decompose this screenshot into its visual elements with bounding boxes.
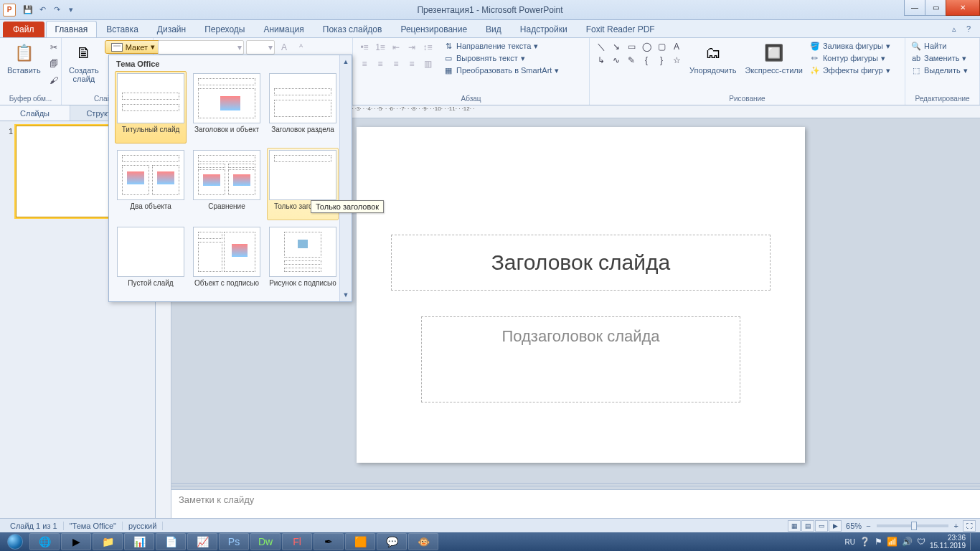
zoom-in-button[interactable]: +	[954, 522, 958, 530]
text-direction-button[interactable]: ⇅Направление текста ▾	[442, 40, 560, 52]
tab-slideshow[interactable]: Показ слайдов	[314, 21, 392, 37]
zoom-value[interactable]: 65%	[842, 522, 866, 530]
close-button[interactable]: ✕	[946, 0, 980, 16]
ribbon-minimize-icon[interactable]: ▵	[948, 23, 960, 34]
zoom-out-button[interactable]: −	[866, 522, 870, 530]
shape-arrow-icon[interactable]: ↘	[609, 40, 623, 53]
fit-window-icon[interactable]: ⛶	[963, 520, 976, 532]
taskbar-app-explorer[interactable]: 📁	[93, 533, 123, 550]
view-reading-icon[interactable]: ▭	[815, 520, 828, 532]
align-center-icon[interactable]: ≡	[373, 57, 387, 71]
shape-connector-icon[interactable]: ↳	[594, 54, 608, 67]
layout-item-comparison[interactable]: Сравнение	[191, 148, 263, 220]
shape-line-icon[interactable]: ＼	[594, 40, 608, 53]
maximize-button[interactable]: ▭	[925, 0, 946, 16]
shape-fill-button[interactable]: 🪣Заливка фигуры ▾	[809, 40, 892, 52]
help-icon[interactable]: ?	[963, 23, 974, 34]
align-left-icon[interactable]: ≡	[357, 57, 372, 71]
columns-icon[interactable]: ▥	[420, 57, 435, 71]
minimize-button[interactable]: —	[904, 0, 925, 16]
shape-freeform-icon[interactable]: ✎	[624, 54, 639, 67]
tab-foxit[interactable]: Foxit Reader PDF	[577, 21, 664, 37]
qat-customize-icon[interactable]: ▾	[65, 4, 77, 17]
shape-outline-button[interactable]: ✏Контур фигуры ▾	[809, 52, 892, 64]
zoom-slider[interactable]	[877, 524, 948, 527]
layout-item-blank[interactable]: Пустой слайд	[115, 225, 187, 297]
layout-item-title-slide[interactable]: Титульный слайд	[115, 71, 187, 143]
zoom-thumb[interactable]	[911, 522, 917, 530]
shape-ellipse-icon[interactable]: ◯	[639, 40, 654, 53]
smartart-button[interactable]: ▦Преобразовать в SmartArt ▾	[442, 65, 560, 76]
layout-item-content-caption[interactable]: Объект с подписью	[191, 225, 263, 297]
tray-volume-icon[interactable]: 🔊	[902, 537, 913, 547]
indent-inc-icon[interactable]: ⇥	[405, 40, 419, 55]
view-sorter-icon[interactable]: ▤	[801, 520, 814, 532]
layout-item-two-content[interactable]: Два объекта	[115, 148, 187, 220]
copy-icon[interactable]: 🗐	[47, 57, 61, 71]
shape-brace-icon[interactable]: {	[639, 54, 654, 67]
notes-pane[interactable]: Заметки к слайду	[171, 489, 980, 518]
tab-insert[interactable]: Вставка	[97, 21, 148, 37]
show-desktop-button[interactable]	[970, 533, 976, 550]
tab-view[interactable]: Вид	[476, 21, 511, 37]
format-painter-icon[interactable]: 🖌	[47, 73, 61, 88]
tray-language[interactable]: RU	[844, 538, 854, 546]
qat-redo-icon[interactable]: ↷	[50, 4, 63, 17]
taskbar-app-chrome[interactable]: 🌐	[29, 533, 60, 550]
shape-brace2-icon[interactable]: }	[654, 54, 669, 67]
find-button[interactable]: 🔍Найти	[910, 40, 969, 52]
shape-effects-button[interactable]: ✨Эффекты фигур ▾	[809, 65, 892, 76]
arrange-button[interactable]: 🗂 Упорядочить	[687, 40, 739, 76]
font-size-dropdown[interactable]: ▾	[246, 40, 275, 55]
gallery-scroll-down-icon[interactable]: ▼	[341, 290, 350, 300]
bullets-icon[interactable]: •≡	[357, 40, 372, 55]
layout-item-title-only[interactable]: Только заголовок Только заголовок	[267, 148, 339, 220]
layout-item-picture-caption[interactable]: Рисунок с подписью	[267, 225, 339, 297]
layout-item-title-content[interactable]: Заголовок и объект	[191, 71, 263, 143]
shape-text-icon[interactable]: A	[669, 40, 684, 53]
tab-animation[interactable]: Анимация	[254, 21, 313, 37]
tab-design[interactable]: Дизайн	[148, 21, 195, 37]
notes-splitter[interactable]	[171, 483, 980, 486]
qat-save-icon[interactable]: 💾	[22, 4, 34, 17]
tray-network-icon[interactable]: 📶	[887, 537, 897, 547]
tray-help-icon[interactable]: ❔	[859, 537, 870, 547]
taskbar-app-dreamweaver[interactable]: Dw	[250, 533, 281, 550]
tray-shield-icon[interactable]: 🛡	[917, 537, 925, 547]
align-right-icon[interactable]: ≡	[389, 57, 403, 71]
view-normal-icon[interactable]: ▦	[788, 520, 801, 532]
shape-roundrect-icon[interactable]: ▢	[654, 40, 669, 53]
pane-tab-slides[interactable]: Слайды	[0, 105, 70, 121]
taskbar-app-orange[interactable]: 🟧	[345, 533, 375, 550]
taskbar-app-inkscape[interactable]: ✒	[314, 533, 344, 550]
tab-home[interactable]: Главная	[46, 21, 98, 37]
quick-styles-button[interactable]: 🔲 Экспресс-стили	[742, 40, 805, 76]
align-text-button[interactable]: ▭Выровнять текст ▾	[442, 52, 560, 64]
tab-addins[interactable]: Надстройки	[511, 21, 577, 37]
start-button[interactable]	[1, 532, 29, 551]
taskbar-app-viber[interactable]: 💬	[377, 533, 407, 550]
taskbar-app-media[interactable]: ▶	[61, 533, 91, 550]
line-spacing-icon[interactable]: ↕≡	[420, 40, 435, 55]
shapes-gallery[interactable]: ＼ ↘ ▭ ◯ ▢ A ↳ ∿ ✎ { } ☆	[594, 40, 684, 67]
shrink-font-icon[interactable]: ᴬ	[293, 40, 308, 55]
select-button[interactable]: ⬚Выделить ▾	[910, 65, 969, 76]
tab-review[interactable]: Рецензирование	[391, 21, 476, 37]
title-placeholder[interactable]: Заголовок слайда	[391, 235, 771, 291]
shape-star-icon[interactable]: ☆	[669, 54, 684, 67]
layout-item-section-header[interactable]: Заголовок раздела	[267, 71, 339, 143]
new-slide-button[interactable]: 🗎 Создать слайд	[66, 40, 102, 85]
tab-transitions[interactable]: Переходы	[195, 21, 254, 37]
justify-icon[interactable]: ≡	[405, 57, 419, 71]
numbering-icon[interactable]: 1≡	[373, 40, 387, 55]
taskbar-app-excel[interactable]: 📈	[187, 533, 217, 550]
replace-button[interactable]: abЗаменить ▾	[910, 52, 969, 64]
grow-font-icon[interactable]: A	[277, 40, 291, 55]
indent-dec-icon[interactable]: ⇤	[389, 40, 403, 55]
view-slideshow-icon[interactable]: ▶	[829, 520, 842, 532]
status-language[interactable]: русский	[123, 522, 163, 530]
taskbar-app-flash[interactable]: Fl	[282, 533, 312, 550]
taskbar-app-word[interactable]: 📄	[156, 533, 186, 550]
taskbar-app-powerpoint[interactable]: 📊	[124, 533, 154, 550]
font-family-dropdown[interactable]: ▾	[158, 40, 244, 55]
